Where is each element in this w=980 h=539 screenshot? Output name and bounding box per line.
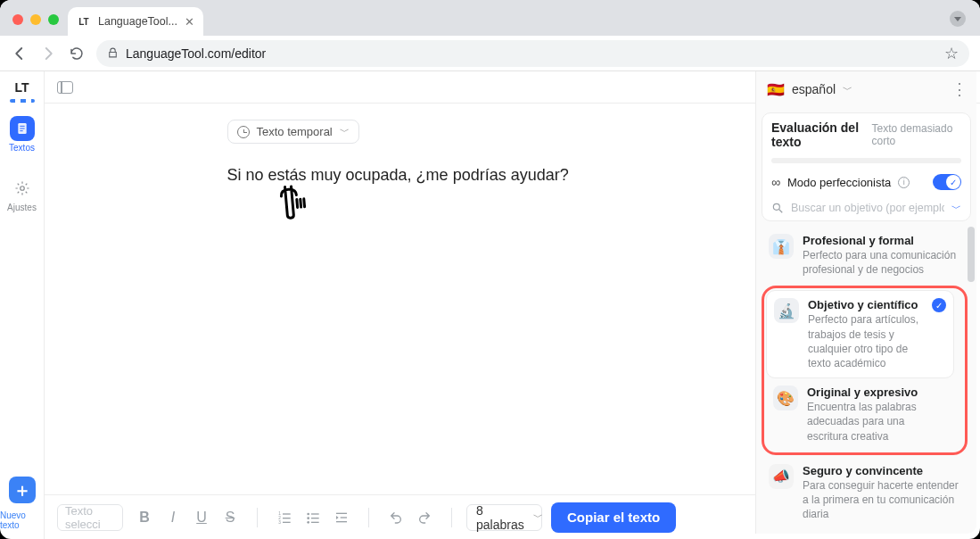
mode-toggle[interactable] xyxy=(933,174,961,190)
info-icon[interactable]: i xyxy=(898,177,910,188)
document-icon xyxy=(10,116,35,141)
toggle-left-panel-icon[interactable] xyxy=(57,81,73,94)
nav-reload-button[interactable] xyxy=(68,46,86,62)
goal-desc: Perfecto para artículos, trabajos de tes… xyxy=(808,312,923,370)
goal-highlight: 🔬 Objetivo y científico Perfecto para ar… xyxy=(762,286,968,454)
search-icon xyxy=(771,202,784,214)
sidebar-item-label: Ajustes xyxy=(7,203,37,212)
goal-selected-check-icon: ✓ xyxy=(932,298,946,312)
gear-icon xyxy=(10,176,35,201)
goal-option-seguro[interactable]: 📣 Seguro y convincente Para conseguir ha… xyxy=(762,457,966,529)
window-controls xyxy=(12,14,59,25)
nav-back-button[interactable] xyxy=(11,46,29,62)
new-text-label: Nuevo texto xyxy=(0,510,44,530)
goal-title: Original y expresivo xyxy=(807,386,947,399)
goal-option-profesional[interactable]: 👔 Profesional y formal Perfecto para una… xyxy=(762,227,966,284)
browser-toolbar: LanguageTool.com/editor ☆ xyxy=(0,36,980,71)
profile-menu[interactable] xyxy=(950,11,966,27)
svg-line-6 xyxy=(301,199,301,207)
lock-icon xyxy=(107,47,119,59)
sidebar-item-ajustes[interactable]: Ajustes xyxy=(4,170,40,218)
mouse-cursor-icon xyxy=(275,183,308,221)
evaluation-title: Evaluación del texto xyxy=(771,120,872,149)
window-close[interactable] xyxy=(12,14,23,25)
indent-button[interactable] xyxy=(329,505,354,530)
goal-title: Profesional y formal xyxy=(803,234,959,247)
document-body[interactable]: Si no estás muy ocupada, ¿me podrías ayu… xyxy=(227,163,798,187)
format-toolbar: Texto selecci B I U S 123 xyxy=(45,494,755,539)
new-text-button[interactable]: ＋ xyxy=(9,477,36,503)
goal-title: Seguro y convincente xyxy=(803,464,959,477)
mode-label: Modo perfeccionista xyxy=(787,176,891,189)
scrollbar-thumb[interactable] xyxy=(968,227,975,282)
goal-icon: 🎨 xyxy=(773,386,798,410)
word-count[interactable]: 8 palabras ﹀ xyxy=(466,504,542,531)
goal-option-objetivo[interactable]: 🔬 Objetivo y científico Perfecto para ar… xyxy=(766,290,954,378)
copy-text-button[interactable]: Copiar el texto xyxy=(551,502,676,533)
bullet-list-button[interactable] xyxy=(301,505,325,530)
chevron-down-icon[interactable]: ﹀ xyxy=(843,83,852,96)
left-sidebar: Textos Ajustes ＋ Nuevo texto xyxy=(0,71,45,539)
chevron-down-icon[interactable]: ﹀ xyxy=(951,202,961,215)
language-flag-icon: 🇪🇸 xyxy=(767,81,785,98)
scrollbar-track[interactable] xyxy=(968,227,975,534)
goal-icon: 🔬 xyxy=(774,298,799,323)
window-minimize[interactable] xyxy=(30,14,41,25)
chevron-down-icon: ﹀ xyxy=(340,125,350,138)
browser-tab[interactable]: LanguageTool... ✕ xyxy=(68,7,203,36)
bookmark-star-icon[interactable]: ☆ xyxy=(944,44,959,63)
language-name[interactable]: español xyxy=(792,82,836,96)
sidebar-item-label: Textos xyxy=(9,143,35,153)
app-logo[interactable] xyxy=(12,80,33,98)
sidebar-item-textos[interactable]: Textos xyxy=(4,111,40,158)
undo-button[interactable] xyxy=(383,505,408,530)
goal-option-personal[interactable]: 💬 Personal y motivador Escritura persona… xyxy=(762,528,966,534)
strike-button[interactable]: S xyxy=(218,505,243,530)
document-title: Texto temporal xyxy=(257,125,333,138)
ordered-list-button[interactable]: 123 xyxy=(272,505,297,530)
goal-desc: Para conseguir hacerte entender a la pri… xyxy=(803,478,959,522)
goal-icon: 📣 xyxy=(769,464,794,489)
nav-forward-button[interactable] xyxy=(39,46,57,62)
infinity-icon: ∞ xyxy=(771,175,780,189)
svg-line-5 xyxy=(297,199,298,207)
svg-line-7 xyxy=(304,199,305,207)
svg-point-15 xyxy=(307,517,309,519)
goal-option-original[interactable]: 🎨 Original y expresivo Encuentra las pal… xyxy=(766,378,954,451)
goal-icon: 👔 xyxy=(769,234,794,259)
redo-button[interactable] xyxy=(412,505,437,530)
browser-tab-strip: LanguageTool... ✕ xyxy=(0,0,980,36)
window-zoom[interactable] xyxy=(48,14,59,25)
clock-icon xyxy=(237,126,250,138)
evaluation-status: Texto demasiado corto xyxy=(872,122,961,147)
tab-close-icon[interactable]: ✕ xyxy=(185,15,194,29)
italic-button[interactable]: I xyxy=(161,505,185,530)
svg-point-4 xyxy=(20,187,24,191)
goal-desc: Perfecto para una comunicación profesion… xyxy=(803,248,959,277)
svg-point-23 xyxy=(773,203,779,210)
svg-point-14 xyxy=(307,512,309,515)
right-panel: 🇪🇸 español ﹀ ⋮ Evaluación del texto Text… xyxy=(755,71,976,534)
document-title-pill[interactable]: Texto temporal ﹀ xyxy=(227,120,359,144)
goal-desc: Encuentra las palabras adecuadas para un… xyxy=(807,400,947,444)
svg-text:3: 3 xyxy=(278,519,281,524)
svg-line-24 xyxy=(779,210,783,213)
underline-button[interactable]: U xyxy=(189,505,214,530)
address-url: LanguageTool.com/editor xyxy=(126,46,266,61)
tab-title: LanguageTool... xyxy=(98,15,177,28)
goal-title: Objetivo y científico xyxy=(808,298,923,311)
svg-point-16 xyxy=(307,521,309,524)
tab-favicon xyxy=(77,14,91,29)
goal-search-input[interactable] xyxy=(789,201,946,215)
more-menu-icon[interactable]: ⋮ xyxy=(951,79,966,99)
bold-button[interactable]: B xyxy=(132,505,157,530)
font-select[interactable]: Texto selecci xyxy=(57,504,123,531)
address-bar[interactable]: LanguageTool.com/editor ☆ xyxy=(96,40,969,67)
evaluation-progress xyxy=(771,158,961,163)
chevron-down-icon: ﹀ xyxy=(533,510,543,524)
